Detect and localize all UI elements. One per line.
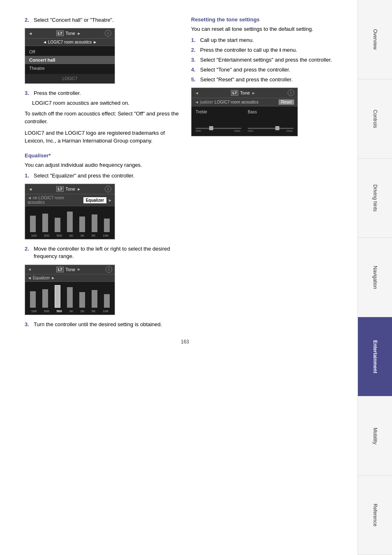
- reset-button[interactable]: Reset: [279, 99, 294, 105]
- sel-freq-200: 200: [44, 309, 49, 313]
- treble-max: max.: [234, 129, 241, 133]
- eq-bar-1k: [65, 212, 76, 233]
- sidebar-tab-driving[interactable]: Driving hints: [358, 159, 392, 238]
- eq-sel-bar-5k-fill: [92, 290, 97, 308]
- eq-info-icon: i: [105, 186, 111, 192]
- reset-step-3: 3. Select "Entertainment settings" and p…: [191, 56, 345, 64]
- sidebar-tab-controls[interactable]: Controls: [358, 79, 392, 159]
- treble-minmax: min. max.: [196, 129, 241, 133]
- eq-sel-bar-5k: [89, 290, 100, 309]
- reset-step-3-text: Select "Entertainment settings" and pres…: [200, 56, 332, 64]
- menu-item-off[interactable]: Off: [25, 48, 115, 56]
- sidebar-tab-overview[interactable]: Overview: [358, 0, 392, 79]
- eq-bar-10k: [101, 219, 112, 233]
- logic7-brand: LOGIC7: [62, 76, 78, 81]
- tone-reset-sub-left: ◄ jualizer: [195, 100, 213, 104]
- sidebar-tab-navigation-label: Navigation: [372, 266, 378, 289]
- eq-sel-bar-200-fill: [42, 289, 48, 308]
- switch-off-text: To switch off the room acoustics effect:…: [25, 110, 179, 126]
- bass-slider-col: Bass min. max.: [248, 110, 293, 133]
- sidebar-tab-driving-label: Driving hints: [372, 184, 378, 212]
- reset-step-5-text: Select "Reset" and press the controller.: [200, 76, 293, 83]
- eq-sel-bar-10k: [101, 294, 112, 309]
- col-left: 2. Select "Concert hall" or "Theatre". ◄…: [25, 16, 179, 331]
- treble-slider-col: Treble min. max.: [196, 110, 241, 133]
- eq-selected-header: ◄ L7 Tone ► i: [25, 265, 115, 274]
- tone-reset-title-area: L7 Tone ►: [231, 90, 256, 96]
- step-2-number: 2.: [25, 16, 32, 24]
- eq-subheader-equalizer: ◄ Equalizer ►: [28, 276, 55, 280]
- treble-min: min.: [196, 129, 202, 133]
- nav-left-arrow: ◄: [28, 31, 32, 36]
- eq-sel-bar-2k-fill: [79, 292, 85, 308]
- bass-max: max.: [286, 129, 293, 133]
- eq-nav-arrow-right: ►: [108, 198, 112, 203]
- treble-label: Treble: [196, 110, 241, 114]
- title-area: L7 Tone ►: [56, 30, 81, 36]
- reset-step-1-text: Call up the start menu.: [200, 37, 254, 44]
- logic7-subheader: ◄ LOGIC7 room acoustics ►: [25, 39, 115, 46]
- sidebar-tab-entertainment[interactable]: Entertainment: [358, 317, 392, 396]
- step-2-text: Select "Concert hall" or "Theatre".: [34, 16, 114, 24]
- eq-sel-title-area: L7 Tone ►: [56, 267, 81, 272]
- step-3-number: 3.: [25, 90, 32, 97]
- eq-sel-nav-right: ►: [77, 267, 81, 272]
- eq-bar-5k-fill: [92, 214, 97, 232]
- sidebar-tab-reference[interactable]: Reference: [358, 476, 392, 555]
- eq-nav-right: ►: [77, 187, 81, 191]
- tone-reset-nav-left: ◄: [195, 91, 199, 95]
- logic7-logo-area: LOGIC7: [25, 74, 115, 83]
- tone-title: Tone: [65, 31, 75, 36]
- eq-step-3-text: Turn the controller until the desired se…: [34, 321, 162, 328]
- reset-section-title: Resetting the tone settings: [191, 16, 345, 23]
- eq-bar-500: [52, 218, 63, 233]
- eq-nav-left: ◄: [28, 187, 32, 191]
- eq-sel-tone: Tone: [65, 267, 75, 272]
- eq-step-1-line: 1. Select "Equalizer" and press the cont…: [25, 172, 179, 180]
- sidebar-tab-mobility-label: Mobility: [372, 428, 378, 444]
- reset-step-2-text: Press the controller to call up the i me…: [200, 46, 297, 54]
- step-3-line: 3. Press the controller.: [25, 90, 179, 97]
- eq-bar-100: [28, 216, 39, 233]
- eq-title-area: L7 Tone ►: [56, 186, 81, 192]
- eq-sel-bar-1k: [65, 287, 76, 309]
- treble-slider-container: [196, 117, 241, 129]
- eq-step-3-line: 3. Turn the controller until the desired…: [25, 321, 179, 328]
- eq-step-3-number: 3.: [25, 321, 32, 328]
- reset-step-5-num: 5.: [191, 76, 198, 83]
- sidebar-tab-navigation[interactable]: Navigation: [358, 238, 392, 317]
- reset-step-4: 4. Select "Tone" and press the controlle…: [191, 66, 345, 74]
- menu-item-theatre[interactable]: Theatre: [25, 64, 115, 72]
- bass-slider-handle[interactable]: [275, 126, 279, 130]
- eq-screen-header: ◄ L7 Tone ► i: [25, 184, 115, 194]
- menu-item-concert-hall[interactable]: Concert hall: [25, 56, 115, 64]
- sel-freq-2k: 2K: [80, 309, 84, 313]
- eq-tab-row: ◄ ne LOGIC7 room acoustics Equalizer ►: [25, 194, 115, 206]
- treble-slider-handle[interactable]: [209, 126, 213, 130]
- eq-bar-2k-fill: [79, 216, 85, 232]
- logic7-logo: L7: [56, 30, 64, 36]
- bass-label: Bass: [248, 110, 293, 114]
- bass-minmax: min. max.: [248, 129, 293, 133]
- eq-logo: L7: [56, 186, 64, 192]
- equaliser-title: Equaliser*: [25, 152, 179, 159]
- sidebar-tab-entertainment-label: Entertainment: [372, 340, 378, 373]
- eq-bars-container: [25, 206, 115, 233]
- eq-bar-100-fill: [30, 216, 36, 232]
- eq-step-2-text: Move the controller to the left or right…: [34, 245, 179, 260]
- tone-reset-nav-right: ►: [251, 91, 256, 95]
- reset-step-1: 1. Call up the start menu.: [191, 37, 345, 44]
- eq-tab-equalizer[interactable]: Equalizer: [83, 197, 106, 203]
- eq-sel-bar-10k-fill: [104, 294, 110, 308]
- reset-description: You can reset all tone settings to the d…: [191, 25, 345, 33]
- eq-subheader-left: ◄ ne LOGIC7 room acoustics: [28, 196, 82, 205]
- main-content: 2. Select "Concert hall" or "Theatre". ◄…: [0, 0, 357, 555]
- eq-bar-5k: [89, 214, 100, 233]
- sidebar-tab-mobility[interactable]: Mobility: [358, 396, 392, 476]
- eq-step-2-number: 2.: [25, 245, 32, 260]
- logic7-room-text: ◄ LOGIC7 room acoustics ►: [43, 40, 97, 44]
- freq-10k: 10K: [103, 234, 108, 237]
- eq-tone-title: Tone: [65, 187, 75, 191]
- col-right: Resetting the tone settings You can rese…: [191, 16, 345, 331]
- reset-step-3-num: 3.: [191, 56, 198, 64]
